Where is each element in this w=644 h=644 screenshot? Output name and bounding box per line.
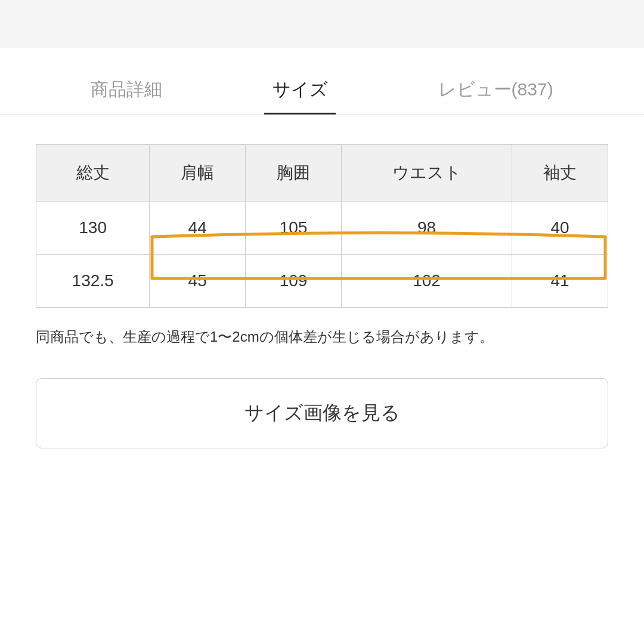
note-text: 同商品でも、生産の過程で1〜2cmの個体差が生じる場合があります。 (36, 326, 608, 348)
size-table: 総丈 肩幅 胸囲 ウエスト 袖丈 130 44 105 98 40 (36, 144, 608, 308)
tab-product-detail[interactable]: 商品詳細 (73, 66, 180, 114)
header-chest: 胸囲 (246, 145, 342, 202)
row2-sleeve-length: 41 (512, 255, 608, 308)
table-row: 130 44 105 98 40 (36, 202, 608, 255)
row1-sleeve-length: 40 (512, 202, 608, 255)
header-waist: ウエスト (341, 145, 512, 202)
row2-total-length: 132.5 (36, 255, 150, 308)
header-sleeve-length: 袖丈 (512, 145, 608, 202)
size-image-button[interactable]: サイズ画像を見る (36, 378, 608, 448)
row1-shoulder-width: 44 (150, 202, 246, 255)
table-container: 総丈 肩幅 胸囲 ウエスト 袖丈 130 44 105 98 40 (36, 144, 608, 308)
row2-chest: 109 (246, 255, 342, 308)
table-row: 132.5 45 109 102 41 (36, 255, 608, 308)
top-bar (0, 0, 644, 48)
row2-shoulder-width: 45 (150, 255, 246, 308)
tab-size[interactable]: サイズ (255, 66, 346, 114)
size-table-wrapper: 総丈 肩幅 胸囲 ウエスト 袖丈 130 44 105 98 40 (36, 144, 608, 308)
header-total-length: 総丈 (36, 145, 150, 202)
row2-waist: 102 (341, 255, 512, 308)
row1-waist: 98 (341, 202, 512, 255)
row1-chest: 105 (246, 202, 342, 255)
row1-total-length: 130 (36, 202, 150, 255)
header-shoulder-width: 肩幅 (150, 145, 246, 202)
tab-reviews[interactable]: レビュー(837) (420, 66, 571, 114)
main-content: 総丈 肩幅 胸囲 ウエスト 袖丈 130 44 105 98 40 (0, 114, 644, 644)
tabs-container: 商品詳細 サイズ レビュー(837) (0, 48, 644, 114)
table-header-row: 総丈 肩幅 胸囲 ウエスト 袖丈 (36, 145, 608, 202)
